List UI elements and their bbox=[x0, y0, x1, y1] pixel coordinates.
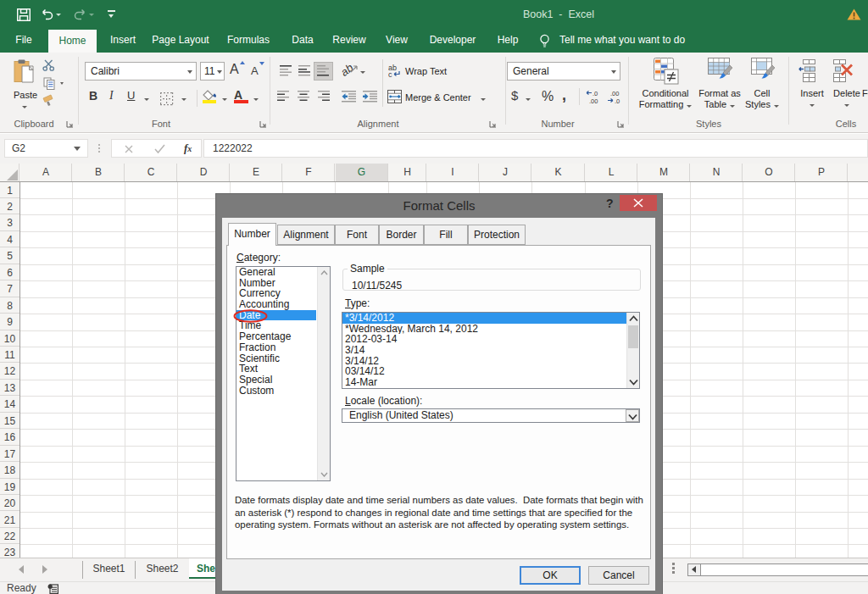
svg-text:.00: .00 bbox=[589, 97, 598, 104]
svg-text:c: c bbox=[388, 70, 392, 78]
svg-text:.00: .00 bbox=[610, 90, 619, 97]
svg-text:.0: .0 bbox=[593, 90, 598, 97]
svg-text:.0: .0 bbox=[615, 97, 620, 104]
